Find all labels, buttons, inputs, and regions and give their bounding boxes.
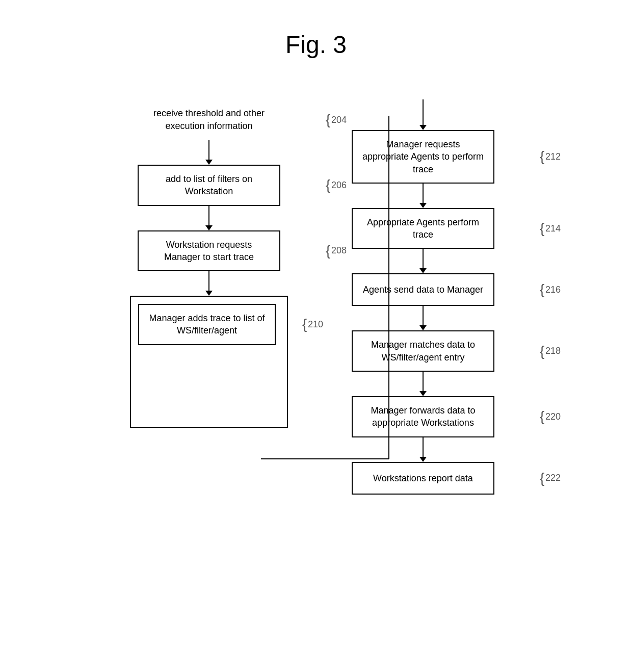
- ref-bracket: }: [540, 282, 544, 297]
- ref-bracket: }: [540, 471, 544, 485]
- node-208: Workstation requests Manager to start tr…: [138, 230, 280, 272]
- figure-title: Fig. 3: [0, 31, 632, 59]
- arrow-r5: [419, 437, 427, 462]
- node-222-row: Workstations report data } 222: [331, 462, 515, 495]
- node-216-row: Agents send data to Manager } 216: [331, 273, 515, 306]
- ref-216: } 216: [540, 282, 561, 297]
- node-204: receive threshold and other execution in…: [138, 99, 280, 140]
- ref-222: } 222: [540, 471, 561, 485]
- arrow-head: [419, 391, 427, 396]
- arrow-r2: [419, 249, 427, 273]
- node-212-row: Manager requests appropriate Agents to p…: [331, 130, 515, 184]
- arrow-line: [423, 372, 424, 391]
- ref-212: } 212: [540, 149, 561, 164]
- arrow-line: [423, 437, 424, 457]
- arrow-line: [423, 249, 424, 268]
- arrow-r3: [419, 306, 427, 330]
- node-216: Agents send data to Manager: [352, 273, 494, 306]
- node-210-row: Manager adds trace to list of WS/filter/…: [138, 304, 280, 345]
- arrow-head: [419, 457, 427, 462]
- arrow-line: [208, 206, 209, 225]
- ref-210: } 210: [302, 317, 323, 331]
- arrow-line: [208, 271, 209, 291]
- ref-bracket: }: [540, 221, 544, 236]
- left-column: receive threshold and other execution in…: [117, 99, 301, 495]
- arrow-1: [205, 140, 213, 165]
- ref-bracket: }: [326, 178, 330, 192]
- node-210: Manager adds trace to list of WS/filter/…: [138, 304, 276, 345]
- node-206: add to list of filters on Workstation: [138, 165, 280, 206]
- node-208-row: Workstation requests Manager to start tr…: [117, 230, 301, 272]
- node-220-row: Manager forwards data to appropriate Wor…: [331, 396, 515, 437]
- arrow-2: [205, 206, 213, 230]
- arrow-head: [419, 268, 427, 273]
- top-incoming-arrow: [419, 99, 427, 130]
- ref-bracket: }: [540, 149, 544, 164]
- node-214: Appropriate Agents perform trace: [352, 208, 494, 249]
- ref-bracket: }: [540, 344, 544, 358]
- ref-220: } 220: [540, 409, 561, 424]
- ref-bracket: }: [326, 113, 330, 127]
- arrow-3: [205, 271, 213, 296]
- arrow-line: [423, 306, 424, 325]
- arrow-head: [419, 203, 427, 208]
- ref-bracket: }: [302, 317, 307, 331]
- node-222: Workstations report data: [352, 462, 494, 495]
- ref-214: } 214: [540, 221, 561, 236]
- arrow-r4: [419, 372, 427, 396]
- arrow-head: [419, 325, 427, 330]
- arrow-line: [423, 184, 424, 203]
- ref-218: } 218: [540, 344, 561, 358]
- arrow-head-top: [419, 125, 427, 130]
- ref-bracket: }: [540, 409, 544, 424]
- node-220: Manager forwards data to appropriate Wor…: [352, 396, 494, 437]
- node-204-row: receive threshold and other execution in…: [117, 99, 301, 140]
- node-218: Manager matches data to WS/filter/agent …: [352, 330, 494, 372]
- right-column: Manager requests appropriate Agents to p…: [331, 99, 515, 495]
- outer-left-box: Manager adds trace to list of WS/filter/…: [130, 296, 288, 428]
- arrow-line: [208, 140, 209, 160]
- node-206-row: add to list of filters on Workstation } …: [117, 165, 301, 206]
- arrow-head: [205, 160, 213, 165]
- outer-box-space: [138, 345, 280, 427]
- node-212: Manager requests appropriate Agents to p…: [352, 130, 494, 184]
- arrow-r1: [419, 184, 427, 208]
- ref-bracket: }: [326, 244, 330, 258]
- arrow-head: [205, 225, 213, 230]
- top-line: [423, 99, 424, 125]
- arrow-head: [205, 291, 213, 296]
- node-214-row: Appropriate Agents perform trace } 214: [331, 208, 515, 249]
- diagram-container: receive threshold and other execution in…: [0, 99, 632, 495]
- node-218-row: Manager matches data to WS/filter/agent …: [331, 330, 515, 372]
